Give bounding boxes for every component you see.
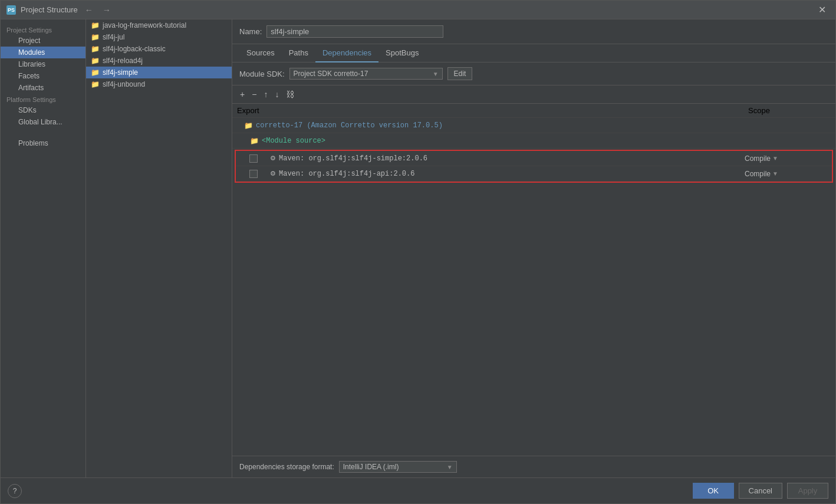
highlighted-dep-box: ⚙ Maven: org.slf4j:slf4j-simple:2.0.6 Co… [235, 150, 833, 183]
module-item-slf4j-simple[interactable]: 📁 slf4j-simple [86, 67, 232, 78]
module-item-slf4j-reload4j[interactable]: 📁 slf4j-reload4j [86, 55, 232, 67]
dep-table: 📁 corretto-17 (Amazon Corretto version 1… [232, 118, 835, 456]
dep-maven-api-scope: Compile ▼ [745, 170, 827, 178]
dep-row-maven-simple[interactable]: ⚙ Maven: org.slf4j:slf4j-simple:2.0.6 Co… [236, 151, 832, 166]
cancel-button[interactable]: Cancel [739, 483, 782, 499]
dep-maven-simple-scope: Compile ▼ [745, 154, 827, 163]
module-label: slf4j-reload4j [103, 57, 143, 65]
module-list: 📁 java-log-framework-tutorial 📁 slf4j-ju… [86, 19, 232, 477]
folder-icon: 📁 [91, 21, 100, 29]
move-up-button[interactable]: ↑ [261, 88, 271, 101]
title-bar-left: PS Project Structure ← → [6, 4, 113, 16]
sdk-dropdown-arrow: ▼ [433, 71, 439, 77]
scope-dropdown-api[interactable]: Compile ▼ [745, 170, 778, 178]
storage-select[interactable]: IntelliJ IDEA (.iml) ▼ [339, 461, 457, 473]
ok-button[interactable]: OK [693, 483, 734, 499]
scope-value-simple: Compile [745, 154, 771, 163]
module-item-java-log[interactable]: 📁 java-log-framework-tutorial [86, 19, 232, 31]
export-check-area [241, 170, 270, 178]
dep-toolbar: + − ↑ ↓ ⛓ [232, 85, 835, 104]
module-item-slf4j-unbound[interactable]: 📁 slf4j-unbound [86, 78, 232, 90]
main-content: Project Settings Project Modules Librari… [1, 19, 835, 477]
dep-row-maven-api[interactable]: ⚙ Maven: org.slf4j:slf4j-api:2.0.6 Compi… [236, 166, 832, 182]
maven-simple-checkbox[interactable] [249, 154, 258, 163]
sdk-folder-icon: 📁 [244, 121, 253, 130]
scope-value-api: Compile [745, 170, 771, 178]
edit-sdk-button[interactable]: Edit [447, 67, 473, 80]
sidebar-item-problems[interactable]: Problems [1, 137, 85, 149]
tab-dependencies[interactable]: Dependencies [315, 44, 378, 62]
export-check-area [241, 154, 270, 163]
storage-dropdown-arrow: ▼ [447, 464, 453, 470]
sidebar-item-libraries[interactable]: Libraries [1, 58, 85, 70]
sdk-row: Module SDK: Project SDK corretto-17 ▼ Ed… [232, 62, 835, 85]
platform-settings-label: Platform Settings [1, 94, 85, 104]
help-button[interactable]: ? [8, 484, 22, 498]
remove-dep-button[interactable]: − [249, 88, 259, 101]
dep-corretto-label: corretto-17 (Amazon Corretto version 17.… [256, 121, 443, 130]
link-button[interactable]: ⛓ [283, 88, 297, 101]
dep-table-header: Export Scope [232, 104, 835, 118]
module-label: slf4j-simple [103, 68, 138, 77]
dep-module-source-label: <Module source> [262, 137, 325, 145]
project-settings-label: Project Settings [1, 24, 85, 35]
sidebar-item-facets[interactable]: Facets [1, 70, 85, 82]
close-button[interactable]: ✕ [815, 3, 830, 17]
dep-maven-api-label: Maven: org.slf4j:slf4j-api:2.0.6 [279, 170, 414, 178]
folder-icon: 📁 [91, 57, 100, 65]
scope-arrow-simple: ▼ [772, 155, 778, 162]
bottom-bar: ? OK Cancel Apply [1, 477, 835, 503]
title-bar: PS Project Structure ← → ✕ [1, 1, 835, 19]
tab-sources[interactable]: Sources [239, 44, 282, 62]
sdk-select[interactable]: Project SDK corretto-17 ▼ [289, 68, 443, 80]
dep-row-module-source[interactable]: 📁 <Module source> [232, 133, 835, 149]
module-label: slf4j-jul [103, 33, 124, 41]
dep-row-corretto[interactable]: 📁 corretto-17 (Amazon Corretto version 1… [232, 118, 835, 133]
maven-api-checkbox[interactable] [249, 170, 258, 178]
folder-icon: 📁 [91, 33, 100, 41]
sidebar-item-global-libraries[interactable]: Global Libra... [1, 116, 85, 128]
storage-row: Dependencies storage format: IntelliJ ID… [232, 456, 835, 477]
module-label: java-log-framework-tutorial [103, 21, 186, 29]
forward-button[interactable]: → [100, 4, 113, 16]
apply-button[interactable]: Apply [787, 483, 828, 499]
module-label: slf4j-logback-classic [103, 45, 166, 53]
folder-icon: 📁 [91, 80, 100, 88]
sidebar-item-project[interactable]: Project [1, 35, 85, 47]
sidebar-item-modules[interactable]: Modules [1, 47, 85, 58]
maven-icon: ⚙ [270, 154, 276, 162]
dep-content: Module SDK: Project SDK corretto-17 ▼ Ed… [232, 62, 835, 477]
module-item-slf4j-logback[interactable]: 📁 slf4j-logback-classic [86, 43, 232, 55]
right-panel: Name: Sources Paths Dependencies SpotBug… [232, 19, 835, 477]
name-label: Name: [239, 27, 262, 36]
storage-label: Dependencies storage format: [239, 463, 334, 471]
module-label: slf4j-unbound [103, 80, 145, 88]
storage-value: IntelliJ IDEA (.iml) [343, 463, 399, 471]
sdk-value: Project SDK corretto-17 [294, 70, 368, 78]
folder-icon: 📁 [91, 68, 100, 77]
back-button[interactable]: ← [83, 4, 96, 16]
tabs-bar: Sources Paths Dependencies SpotBugs [232, 44, 835, 62]
dep-maven-simple-label: Maven: org.slf4j:slf4j-simple:2.0.6 [279, 154, 427, 163]
sidebar-item-artifacts[interactable]: Artifacts [1, 82, 85, 94]
scope-dropdown-simple[interactable]: Compile ▼ [745, 154, 778, 163]
sidebar: Project Settings Project Modules Librari… [1, 19, 86, 477]
maven-icon: ⚙ [270, 170, 276, 177]
add-dep-button[interactable]: + [237, 88, 248, 101]
name-input[interactable] [266, 25, 443, 38]
folder-icon: 📁 [91, 45, 100, 53]
sidebar-item-sdks[interactable]: SDKs [1, 104, 85, 116]
dialog-title: Project Structure [21, 5, 78, 14]
sdk-label: Module SDK: [239, 70, 285, 78]
module-item-slf4j-jul[interactable]: 📁 slf4j-jul [86, 31, 232, 43]
tab-spotbugs[interactable]: SpotBugs [378, 44, 426, 62]
module-source-folder-icon: 📁 [250, 137, 259, 145]
app-icon: PS [6, 5, 16, 15]
scope-header: Scope [748, 106, 831, 115]
export-header: Export [237, 106, 284, 115]
scope-arrow-api: ▼ [772, 170, 778, 177]
tab-paths[interactable]: Paths [282, 44, 315, 62]
move-down-button[interactable]: ↓ [272, 88, 282, 101]
name-row: Name: [232, 19, 835, 44]
project-structure-dialog: PS Project Structure ← → ✕ Project Setti… [0, 0, 836, 504]
